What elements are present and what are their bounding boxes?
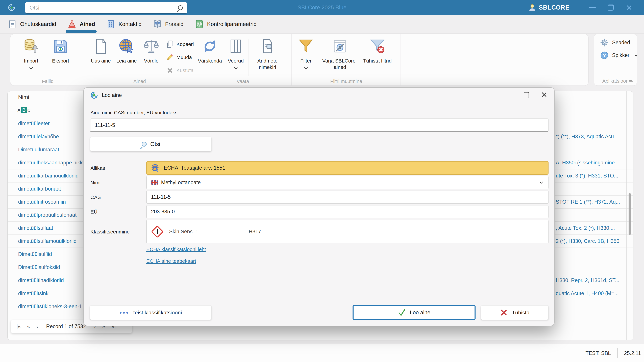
check-icon (398, 309, 406, 317)
vertical-scrollbar[interactable] (628, 193, 631, 235)
sds-document-icon (8, 19, 17, 29)
globe-search-icon (118, 38, 134, 54)
other-classification-button[interactable]: ●●● teist klassifikatsiooni (90, 305, 212, 320)
funnel-icon (298, 38, 314, 54)
hazard-statement-code: H317 (249, 229, 261, 235)
eu-label: EÜ (90, 209, 98, 215)
tab-kontaktid[interactable]: Kontaktid (106, 15, 142, 33)
hazard-class: Skin Sens. 1 (169, 229, 243, 235)
status-bar: TEST: SBL 25.2.11 (0, 344, 644, 362)
muuda-button[interactable]: Muuda (166, 53, 194, 61)
floppy-export-icon (52, 38, 69, 54)
tab-ained[interactable]: Ained (67, 15, 95, 33)
echa-infocard-link[interactable]: ECHA aine teabekaart (146, 258, 196, 264)
title-bar: Otsi SBLCore 2025 Blue SBLCORE × (0, 0, 644, 15)
prev-page-button[interactable]: « (27, 324, 30, 330)
tuhista-filtrid-button[interactable]: Tühista filtrid (362, 37, 392, 64)
filter-button[interactable]: Filter (294, 37, 318, 69)
kopeeri-button[interactable]: Kopeeri (166, 40, 194, 48)
spikker-button[interactable]: ? Spikker (600, 51, 637, 60)
varskenda-button[interactable]: Värskenda (196, 37, 224, 64)
leia-aine-button[interactable]: Leia aine (113, 37, 140, 64)
varja-sblcore-ained-button[interactable]: Varja SBLCore'i ained (318, 37, 362, 70)
dialog-close-button[interactable]: × (541, 89, 547, 100)
chevron-down-icon (635, 54, 638, 57)
allikas-value[interactable]: ECHA, Teatajate arv: 1551 (146, 161, 548, 175)
ribbon-empty-area (400, 34, 588, 85)
ribbon-group-failid: Import Eksport Failid (10, 34, 85, 85)
restore-button[interactable] (602, 0, 620, 15)
kustuta-button: Kustuta (166, 66, 194, 74)
svg-text:?: ? (603, 53, 606, 58)
search-icon (178, 5, 183, 10)
chevron-down-icon (304, 66, 308, 69)
ribbon-group-vaata: Värskenda Veerud Andmete nimekiri Vaata (194, 34, 292, 85)
andmete-nimekiri-button[interactable]: Andmete nimekiri (250, 37, 285, 70)
more-dots-icon: ●●● (120, 310, 129, 315)
loo-aine-dialog: Loo aine × Aine nimi, CASi number, EÜ võ… (84, 87, 554, 326)
gear-icon (600, 38, 609, 47)
vordle-button[interactable]: Võrdle (140, 37, 162, 64)
close-button[interactable]: × (620, 0, 638, 15)
cas-input[interactable]: 111-11-5 (146, 190, 548, 204)
database-import-icon (23, 38, 39, 54)
status-divider (617, 348, 618, 358)
global-search-placeholder: Otsi (30, 4, 178, 11)
dialog-maximize-button[interactable] (524, 92, 529, 98)
substance-search-input[interactable]: 111-11-5 (90, 119, 548, 132)
eksport-button[interactable]: Eksport (48, 37, 73, 64)
global-search-input[interactable]: Otsi (25, 2, 187, 13)
app-window: { "title_bar": { "search_placeholder": "… (0, 0, 644, 362)
chevron-down-icon (29, 66, 33, 69)
group-menu-icon[interactable] (629, 78, 633, 83)
prev-record-button[interactable]: ‹ (36, 324, 38, 330)
hide-eye-icon (332, 38, 348, 54)
tab-kontrolliparameetrid[interactable]: Kontrolliparameetrid (195, 15, 256, 33)
substance-search-label: Aine nimi, CASi number, EÜ või Indeks (90, 110, 178, 116)
nimi-select[interactable]: Methyl octanoate (146, 176, 548, 189)
refresh-icon (202, 38, 218, 54)
ribbon-group-filtri-muutmine: Filter Varja SBLCore'i ained Tühista fil… (292, 34, 400, 85)
seaded-button[interactable]: Seaded (600, 38, 637, 47)
help-icon: ? (600, 51, 609, 60)
allikas-label: Allikas (90, 165, 105, 171)
minimize-button[interactable] (583, 0, 602, 15)
echa-classification-link[interactable]: ECHA klassifikatsiooni leht (146, 246, 206, 252)
cas-label: CAS (90, 194, 101, 200)
tab-fraasid[interactable]: Fraasid (153, 15, 184, 33)
chevron-down-icon (540, 180, 543, 184)
restore-icon (608, 4, 614, 10)
environment-label: TEST: SBL (586, 350, 611, 356)
cancel-x-icon (500, 309, 508, 317)
eu-input[interactable]: 203-835-0 (146, 205, 548, 218)
app-logo-icon (90, 91, 98, 99)
loo-aine-button[interactable]: Loo aine (352, 305, 476, 320)
status-divider (579, 348, 579, 358)
text-filter-icon: ABC (18, 107, 30, 113)
import-button[interactable]: Import (18, 37, 44, 69)
otsi-button[interactable]: Otsi (90, 137, 212, 151)
tab-ohutuskaardid[interactable]: Ohutuskaardid (8, 15, 56, 33)
version-label: 25.2.11 (624, 350, 641, 356)
building-icon (106, 19, 116, 29)
ribbon-group-ained: Uus aine Leia aine Võrdle (85, 34, 194, 85)
dialog-title: Loo aine (102, 92, 122, 98)
account-label[interactable]: SBLCORE (539, 4, 570, 11)
globe-icon (151, 164, 160, 172)
uk-flag-icon (151, 180, 158, 185)
scales-icon (143, 38, 159, 54)
user-avatar-icon[interactable] (528, 4, 536, 11)
flask-icon (67, 19, 77, 29)
column-divider (626, 91, 626, 340)
tuhista-button[interactable]: Tühista (481, 305, 548, 320)
nimi-label: Nimi (90, 180, 100, 185)
chevron-down-icon (234, 66, 238, 69)
columns-icon (228, 38, 244, 54)
new-document-icon (93, 38, 109, 54)
funnel-clear-icon (369, 38, 386, 54)
first-record-button[interactable]: |« (16, 324, 21, 330)
minimize-icon (589, 7, 596, 8)
app-logo-icon (8, 4, 16, 11)
uus-aine-button[interactable]: Uus aine (88, 37, 113, 64)
veerud-button[interactable]: Veerud (224, 37, 248, 69)
